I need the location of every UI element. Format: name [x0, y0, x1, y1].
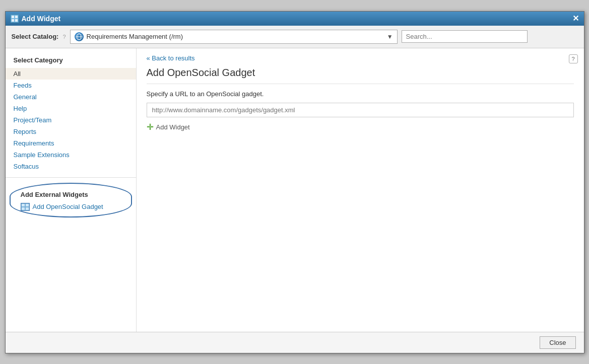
panel-description: Specify a URL to an OpenSocial gadget.: [147, 90, 574, 98]
ext-section-title: Add External Widgets: [13, 187, 129, 200]
sidebar-item-reports[interactable]: Reports: [6, 126, 136, 137]
main-content: Select Category All Feeds General Help P…: [6, 48, 584, 332]
panel-title: Add OpenSocial Gadget: [147, 67, 574, 84]
catalog-globe-icon: [75, 32, 84, 41]
dialog-title: Add Widget: [22, 15, 61, 23]
back-to-results-link[interactable]: « Back to results: [147, 54, 574, 62]
sidebar: Select Category All Feeds General Help P…: [6, 48, 137, 332]
add-widget-dialog: Add Widget ✕ Select Catalog: ? Requireme…: [5, 11, 584, 353]
sidebar-item-feeds[interactable]: Feeds: [6, 80, 136, 91]
svg-rect-11: [26, 207, 29, 210]
close-icon[interactable]: ✕: [572, 15, 579, 23]
opensocial-gadget-icon: [21, 203, 30, 211]
url-input[interactable]: [147, 103, 574, 117]
sidebar-item-requirements[interactable]: Requirements: [6, 137, 136, 149]
add-widget-button[interactable]: ✛ Add Widget: [147, 122, 574, 132]
sidebar-section-title: Select Category: [6, 54, 136, 68]
svg-rect-3: [15, 19, 18, 22]
sidebar-item-add-opensocial-gadget[interactable]: Add OpenSocial Gadget: [13, 200, 129, 213]
sidebar-item-all[interactable]: All: [6, 68, 136, 80]
title-bar: Add Widget ✕: [6, 12, 584, 26]
widget-icon: [11, 15, 19, 23]
svg-rect-8: [22, 204, 25, 206]
sidebar-item-help[interactable]: Help: [6, 103, 136, 114]
svg-rect-2: [12, 19, 14, 22]
title-bar-left: Add Widget: [11, 15, 61, 23]
sidebar-item-project-team[interactable]: Project/Team: [6, 114, 136, 126]
panel-help-icon[interactable]: ?: [569, 54, 578, 63]
catalog-bar: Select Catalog: ? Requirements Managemen…: [6, 26, 584, 48]
catalog-name: Requirements Management (/rm): [87, 33, 384, 40]
sidebar-item-general[interactable]: General: [6, 91, 136, 103]
sidebar-item-sample-extensions[interactable]: Sample Extensions: [6, 149, 136, 161]
add-external-widgets-section: Add External Widgets Add OpenSocial: [10, 183, 132, 217]
dialog-wrapper: Add Widget ✕ Select Catalog: ? Requireme…: [0, 0, 589, 364]
catalog-label: Select Catalog:: [12, 33, 59, 40]
close-button[interactable]: Close: [540, 336, 575, 349]
plus-icon: ✛: [147, 122, 153, 132]
ext-item-label: Add OpenSocial Gadget: [33, 203, 103, 210]
svg-rect-9: [26, 204, 29, 206]
svg-rect-10: [22, 207, 25, 210]
catalog-help-icon[interactable]: ?: [62, 34, 66, 40]
catalog-select[interactable]: Requirements Management (/rm) ▼: [70, 30, 398, 44]
svg-rect-0: [12, 16, 14, 18]
add-widget-label: Add Widget: [156, 123, 190, 131]
sidebar-divider: [6, 177, 136, 178]
catalog-dropdown-arrow: ▼: [387, 33, 393, 40]
dialog-footer: Close: [6, 332, 584, 353]
sidebar-item-softacus[interactable]: Softacus: [6, 161, 136, 172]
svg-rect-1: [15, 16, 18, 18]
search-input[interactable]: [402, 30, 528, 43]
right-panel: ? « Back to results Add OpenSocial Gadge…: [137, 48, 584, 332]
